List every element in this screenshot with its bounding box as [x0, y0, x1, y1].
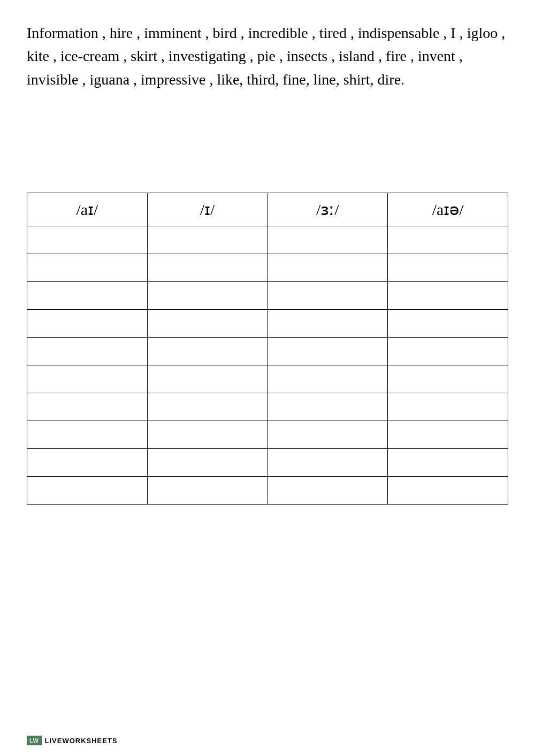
table-row: [27, 282, 508, 310]
cell[interactable]: [147, 477, 268, 505]
cell[interactable]: [268, 254, 388, 282]
spacer: [27, 123, 508, 187]
word-list: Information , hire , imminent , bird , i…: [27, 21, 508, 91]
cell[interactable]: [27, 282, 148, 310]
table-header-row: /aɪ/ /ɪ/ /ɜː/ /aɪə/: [27, 193, 508, 226]
cell[interactable]: [388, 393, 508, 421]
cell[interactable]: [388, 282, 508, 310]
cell[interactable]: [268, 449, 388, 477]
cell[interactable]: [147, 338, 268, 365]
table-row: [27, 421, 508, 449]
cell[interactable]: [388, 226, 508, 254]
cell[interactable]: [388, 365, 508, 393]
cell[interactable]: [388, 254, 508, 282]
table-row: [27, 449, 508, 477]
cell[interactable]: [268, 282, 388, 310]
cell[interactable]: [147, 393, 268, 421]
footer: LW LIVEWORKSHEETS: [27, 736, 118, 745]
header-ai: /aɪ/: [27, 193, 148, 226]
cell[interactable]: [147, 254, 268, 282]
cell[interactable]: [268, 421, 388, 449]
cell[interactable]: [388, 449, 508, 477]
table-row: [27, 477, 508, 505]
cell[interactable]: [268, 365, 388, 393]
cell[interactable]: [147, 365, 268, 393]
header-er: /ɜː/: [268, 193, 388, 226]
footer-brand: LIVEWORKSHEETS: [45, 737, 118, 745]
cell[interactable]: [388, 421, 508, 449]
cell[interactable]: [268, 226, 388, 254]
cell[interactable]: [27, 393, 148, 421]
table-row: [27, 254, 508, 282]
footer-logo: LW: [27, 736, 42, 745]
cell[interactable]: [147, 310, 268, 338]
cell[interactable]: [268, 393, 388, 421]
cell[interactable]: [27, 226, 148, 254]
cell[interactable]: [147, 421, 268, 449]
page-content: Information , hire , imminent , bird , i…: [0, 0, 535, 526]
cell[interactable]: [27, 310, 148, 338]
cell[interactable]: [27, 254, 148, 282]
cell[interactable]: [268, 310, 388, 338]
cell[interactable]: [388, 477, 508, 505]
cell[interactable]: [27, 477, 148, 505]
cell[interactable]: [268, 477, 388, 505]
cell[interactable]: [147, 226, 268, 254]
table-row: [27, 226, 508, 254]
table-row: [27, 338, 508, 365]
cell[interactable]: [27, 449, 148, 477]
phonetics-table: /aɪ/ /ɪ/ /ɜː/ /aɪə/: [27, 193, 508, 505]
cell[interactable]: [268, 338, 388, 365]
header-aie: /aɪə/: [388, 193, 508, 226]
table-row: [27, 365, 508, 393]
cell[interactable]: [27, 338, 148, 365]
cell[interactable]: [27, 365, 148, 393]
header-i: /ɪ/: [147, 193, 268, 226]
cell[interactable]: [147, 449, 268, 477]
cell[interactable]: [147, 282, 268, 310]
table-row: [27, 393, 508, 421]
table-row: [27, 310, 508, 338]
cell[interactable]: [27, 421, 148, 449]
cell[interactable]: [388, 310, 508, 338]
cell[interactable]: [388, 338, 508, 365]
